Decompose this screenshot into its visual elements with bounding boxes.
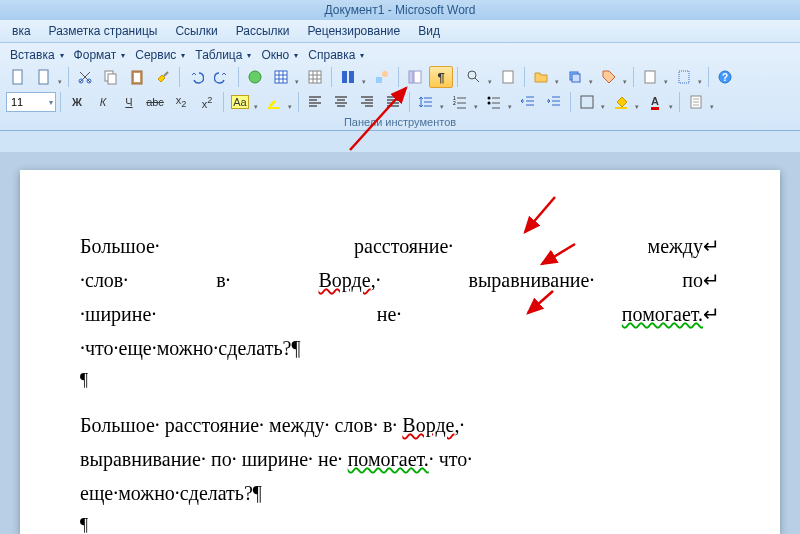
decrease-indent-button[interactable] [516, 91, 540, 113]
pilcrow-icon: ¶ [437, 70, 444, 85]
tool-c-button[interactable] [597, 66, 629, 88]
highlight-button[interactable] [262, 91, 294, 113]
copy-button[interactable] [99, 66, 123, 88]
numbered-list-button[interactable]: 12 [448, 91, 480, 113]
increase-indent-button[interactable] [542, 91, 566, 113]
format-painter-button[interactable] [151, 66, 175, 88]
align-justify-button[interactable] [381, 91, 405, 113]
page-border-button[interactable] [672, 66, 704, 88]
menu-mailings[interactable]: Рассылки [228, 22, 298, 40]
separator [409, 92, 410, 112]
menu-references[interactable]: Ссылки [167, 22, 225, 40]
document-page[interactable]: Большое· расстояние· между↵ ·слов· в· Во… [20, 170, 780, 534]
underline-button[interactable]: Ч [117, 91, 141, 113]
menu-insert[interactable]: Вставка [6, 47, 68, 63]
tool-a-button[interactable] [529, 66, 561, 88]
borders-button[interactable] [575, 91, 607, 113]
menu-tools[interactable]: Сервис [131, 47, 189, 63]
strikethrough-button[interactable]: abc [143, 91, 167, 113]
globe-icon [247, 69, 263, 85]
align-left-icon [307, 94, 323, 110]
menu-view2[interactable]: Вид [410, 22, 448, 40]
svg-rect-22 [679, 71, 689, 83]
font-size-selector[interactable]: 11 [6, 92, 56, 112]
menu-view-cut[interactable]: вка [4, 22, 39, 40]
bold-button[interactable]: Ж [65, 91, 89, 113]
folder-icon [533, 69, 549, 85]
font-color-button[interactable]: A [643, 91, 675, 113]
menu-format[interactable]: Формат [70, 47, 130, 63]
svg-rect-5 [108, 74, 116, 84]
align-right-button[interactable] [355, 91, 379, 113]
table-button[interactable] [269, 66, 301, 88]
doc-line: ·слов· в· Ворде,· выравнивание· по↵ [80, 264, 720, 296]
separator [298, 92, 299, 112]
align-right-icon [359, 94, 375, 110]
svg-point-17 [468, 71, 476, 79]
paste-button[interactable] [125, 66, 149, 88]
help-button[interactable]: ? [713, 66, 737, 88]
line-spacing-button[interactable] [414, 91, 446, 113]
columns-button[interactable] [336, 66, 368, 88]
soft-return-icon: ↵ [703, 269, 720, 291]
zoom-button[interactable] [462, 66, 494, 88]
doc-line: еще·можно·сделать?¶ [80, 477, 720, 509]
font-color-icon: A [651, 95, 659, 110]
separator [570, 92, 571, 112]
tool-b-button[interactable] [563, 66, 595, 88]
align-left-button[interactable] [303, 91, 327, 113]
doc-line: ·что·еще·можно·сделать?¶ [80, 332, 720, 364]
new-doc-button[interactable] [6, 66, 30, 88]
zoom-100-button[interactable] [496, 66, 520, 88]
menu-help[interactable]: Справка [304, 47, 368, 63]
redo-button[interactable] [210, 66, 234, 88]
doc-line: ·ширине· не· помогает.↵ [80, 298, 720, 330]
page-icon [10, 69, 26, 85]
undo-button[interactable] [184, 66, 208, 88]
italic-button[interactable]: К [91, 91, 115, 113]
paragraph-mark: ¶ [80, 366, 720, 395]
svg-rect-31 [615, 107, 627, 109]
doc-line: Большое· расстояние· между· слов· в· Вор… [80, 409, 720, 441]
cut-button[interactable] [73, 66, 97, 88]
text-effects-button[interactable]: Aa [228, 91, 260, 113]
separator [679, 92, 680, 112]
svg-rect-21 [645, 71, 655, 83]
svg-rect-1 [39, 70, 48, 84]
grid-icon [307, 69, 323, 85]
bullet-list-icon [486, 94, 502, 110]
menu-window[interactable]: Окно [257, 47, 302, 63]
align-center-button[interactable] [329, 91, 353, 113]
menu-table[interactable]: Таблица [191, 47, 255, 63]
svg-rect-30 [581, 96, 593, 108]
page-icon [36, 69, 52, 85]
page-color-button[interactable] [638, 66, 670, 88]
help-icon: ? [717, 69, 733, 85]
bullet-list-button[interactable] [482, 91, 514, 113]
table-icon [273, 69, 289, 85]
svg-rect-25 [268, 107, 280, 109]
shading-button[interactable] [609, 91, 641, 113]
hyperlink-button[interactable] [243, 66, 267, 88]
doc-map-button[interactable] [403, 66, 427, 88]
subscript-button[interactable]: x2 [169, 91, 193, 113]
svg-rect-10 [309, 71, 321, 83]
menu-pagelayout[interactable]: Разметка страницы [41, 22, 166, 40]
svg-rect-13 [376, 77, 382, 83]
strike-icon: abc [146, 96, 164, 108]
superscript-button[interactable]: x2 [195, 91, 219, 113]
insert-excel-button[interactable] [303, 66, 327, 88]
drawing-button[interactable] [370, 66, 394, 88]
separator [179, 67, 180, 87]
layers-icon [567, 69, 583, 85]
extra-tool-button[interactable] [684, 91, 716, 113]
svg-text:2: 2 [453, 100, 456, 106]
line-spacing-icon [418, 94, 434, 110]
columns-icon [340, 69, 356, 85]
svg-rect-15 [409, 71, 413, 83]
menu-review[interactable]: Рецензирование [300, 22, 409, 40]
show-paragraph-marks-button[interactable]: ¶ [429, 66, 453, 88]
svg-point-28 [488, 97, 491, 100]
new-dropdown[interactable] [32, 66, 64, 88]
paragraph-mark: ¶ [80, 511, 720, 534]
